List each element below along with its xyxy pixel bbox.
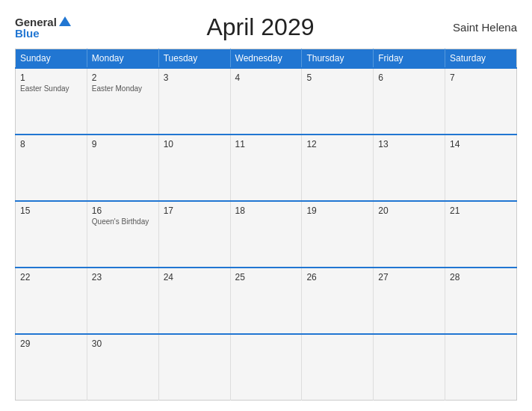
day-number: 18 [235, 206, 297, 216]
day-cell [445, 334, 517, 401]
day-cell [374, 334, 445, 401]
week-row-2: 891011121314 [16, 135, 517, 201]
day-number: 23 [92, 272, 154, 282]
day-number: 13 [378, 139, 440, 149]
day-cell: 25 [230, 268, 302, 334]
day-number: 11 [235, 139, 297, 149]
day-number: 16 [92, 206, 154, 216]
day-cell: 30 [87, 334, 158, 401]
day-number: 25 [235, 272, 297, 282]
day-number: 29 [20, 339, 82, 349]
day-number: 7 [450, 72, 512, 83]
day-number: 6 [378, 72, 440, 83]
day-cell [158, 334, 230, 401]
holiday-label: Easter Monday [92, 84, 154, 93]
day-number: 5 [306, 72, 368, 83]
weekday-wednesday: Wednesday [230, 49, 302, 69]
day-number: 3 [164, 72, 226, 83]
day-cell: 4 [230, 68, 302, 135]
day-cell: 23 [87, 268, 158, 334]
holiday-label: Easter Sunday [20, 84, 82, 93]
day-number: 19 [306, 206, 368, 216]
logo: General Blue [15, 16, 71, 39]
day-cell: 7 [445, 68, 517, 135]
day-number: 4 [235, 72, 297, 83]
day-cell: 1Easter Sunday [16, 68, 87, 135]
day-cell: 8 [16, 135, 87, 201]
weekday-tuesday: Tuesday [158, 49, 230, 69]
day-number: 24 [164, 272, 226, 282]
calendar-page: General Blue April 2029 Saint Helena Sun… [0, 0, 532, 411]
day-cell: 21 [445, 201, 517, 268]
day-number: 1 [20, 72, 82, 83]
day-cell: 13 [374, 135, 445, 201]
weekday-sunday: Sunday [16, 49, 87, 69]
day-number: 8 [20, 139, 82, 149]
week-row-1: 1Easter Sunday2Easter Monday34567 [16, 68, 517, 135]
day-number: 30 [92, 339, 154, 349]
day-cell: 20 [374, 201, 445, 268]
day-cell: 24 [158, 268, 230, 334]
day-number: 14 [450, 139, 512, 149]
month-title: April 2029 [71, 13, 450, 41]
location-label: Saint Helena [450, 21, 517, 34]
day-cell: 26 [302, 268, 374, 334]
day-cell: 5 [302, 68, 374, 135]
day-cell: 16Queen's Birthday [87, 201, 158, 268]
day-cell: 19 [302, 201, 374, 268]
day-number: 2 [92, 72, 154, 83]
day-cell: 12 [302, 135, 374, 201]
day-number: 21 [450, 206, 512, 216]
day-cell: 17 [158, 201, 230, 268]
week-row-5: 2930 [16, 334, 517, 401]
logo-blue-text: Blue [15, 28, 71, 39]
day-number: 12 [306, 139, 368, 149]
header: General Blue April 2029 Saint Helena [15, 13, 517, 41]
weekday-header-row: SundayMondayTuesdayWednesdayThursdayFrid… [16, 49, 517, 69]
day-cell: 9 [87, 135, 158, 201]
day-number: 27 [378, 272, 440, 282]
day-number: 22 [20, 272, 82, 282]
day-number: 28 [450, 272, 512, 282]
day-cell: 3 [158, 68, 230, 135]
day-cell: 15 [16, 201, 87, 268]
day-number: 20 [378, 206, 440, 216]
day-cell: 22 [16, 268, 87, 334]
day-cell: 29 [16, 334, 87, 401]
day-cell: 18 [230, 201, 302, 268]
day-cell: 14 [445, 135, 517, 201]
day-cell: 28 [445, 268, 517, 334]
day-number: 17 [164, 206, 226, 216]
weekday-saturday: Saturday [445, 49, 517, 69]
day-number: 9 [92, 139, 154, 149]
logo-triangle-icon [59, 16, 71, 26]
day-number: 15 [20, 206, 82, 216]
calendar-table: SundayMondayTuesdayWednesdayThursdayFrid… [15, 49, 517, 401]
logo-general-text: General [15, 16, 57, 28]
week-row-4: 22232425262728 [16, 268, 517, 334]
week-row-3: 1516Queen's Birthday1718192021 [16, 201, 517, 268]
day-cell [302, 334, 374, 401]
day-cell: 2Easter Monday [87, 68, 158, 135]
day-cell [230, 334, 302, 401]
holiday-label: Queen's Birthday [92, 217, 154, 226]
weekday-thursday: Thursday [302, 49, 374, 69]
weekday-monday: Monday [87, 49, 158, 69]
day-cell: 10 [158, 135, 230, 201]
day-cell: 11 [230, 135, 302, 201]
day-number: 26 [306, 272, 368, 282]
day-number: 10 [164, 139, 226, 149]
weekday-friday: Friday [374, 49, 445, 69]
day-cell: 27 [374, 268, 445, 334]
day-cell: 6 [374, 68, 445, 135]
